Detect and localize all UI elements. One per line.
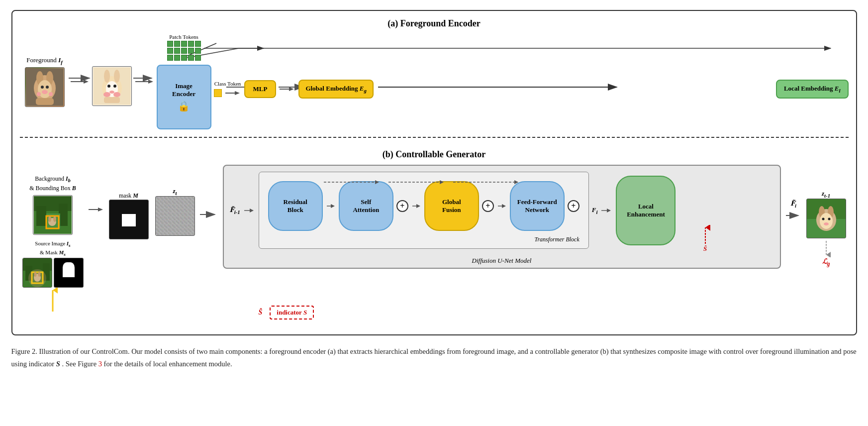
indicator-s-row: Ŝ indicator S [229,306,759,320]
caption-s-var: S [56,360,60,368]
main-container: (a) Foreground Encoder [11,10,857,370]
svg-point-98 [828,217,830,220]
mask-image [54,258,84,288]
svg-point-99 [824,222,829,225]
f-tilde-i-label-out: F̃i [790,200,796,209]
arrow-fi [243,206,256,215]
svg-marker-74 [331,204,335,208]
arrow-gf [497,201,507,211]
arrow-2 [134,77,154,87]
svg-point-97 [822,217,824,220]
svg-marker-25 [84,80,89,84]
ffn-block: Feed-ForwardNetwork [510,181,565,231]
s-hat-label-bottom: Ŝ [703,245,707,253]
fg-img1-svg [26,68,64,106]
arrow-output [785,211,802,220]
self-attention-block: SelfAttention [339,181,393,231]
ffn-label: Feed-ForwardNetwork [517,198,557,214]
caption-fig3: 3 [98,360,102,368]
patch-tokens-grid [167,41,201,61]
loss-label: ℒg [822,257,830,267]
svg-point-18 [41,86,44,89]
foreground-image-1 [25,67,65,107]
svg-marker-40 [235,91,240,95]
background-label: Background Ib & Bounding Box B [29,175,76,193]
fg-img2-svg [93,67,131,105]
svg-point-34 [103,92,110,97]
lock-icon: 🔒 [178,100,190,112]
svg-marker-38 [148,80,153,84]
svg-point-19 [46,86,49,89]
section-a-title: (a) Foreground Encoder [20,18,849,29]
caption-text2: . See Figure [62,360,98,368]
noise-svg [156,197,194,235]
plus-circle-2: + [482,200,494,212]
svg-marker-76 [416,204,420,208]
residual-block-label: ResidualBlock [284,198,307,214]
diffusion-label: Diffusion U-Net Model [472,257,532,265]
mask-box [109,200,149,239]
z-t-image [155,196,195,236]
arrow-mlp [279,84,296,94]
arrow-4 [199,210,219,219]
svg-point-32 [113,85,116,88]
caption-text3: for the details of local enhancement mod… [104,360,232,368]
global-embedding-block: Global Embedding Eg [298,80,373,99]
caption: Figure 2. Illustration of our ControlCom… [11,345,857,370]
svg-point-61 [34,272,36,277]
arrow-class-token [224,88,242,98]
loss-arrow [821,240,831,257]
mask-label: mask M [119,192,138,200]
arrow-3 [88,205,105,214]
mlp-block: MLP [244,80,277,98]
f-tilde-i1-label: F̃i-1 [230,206,240,215]
section-a: (a) Foreground Encoder [20,18,849,138]
svg-point-62 [38,272,40,277]
section-b-title: (b) Controllable Generator [20,149,849,160]
f-i-label: Fi [592,206,598,215]
plus-circle-3: + [568,200,579,212]
s-red-left: Ŝ [259,309,263,317]
background-image [33,195,73,235]
svg-point-23 [49,92,53,96]
image-encoder-block: ImageEncoder 🔒 [157,65,211,129]
svg-rect-68 [156,197,194,235]
svg-point-20 [42,90,48,94]
svg-point-35 [113,92,120,97]
arrow-res [326,201,336,211]
transformer-block-label: Transformer Block [264,236,583,243]
z-t1-label: zt-1 [822,190,830,199]
arrow-1 [70,77,90,87]
indicator-box: indicator S [270,306,314,320]
arrow-fi2 [600,206,613,215]
residual-block: ResidualBlock [268,181,323,231]
source-img-svg [23,258,52,287]
svg-point-31 [107,85,110,88]
arrow-sa [411,201,421,211]
bg-img-svg [34,196,72,234]
image-encoder-label: ImageEncoder [172,82,195,98]
svg-point-96 [820,213,833,229]
svg-marker-72 [250,209,254,213]
global-fusion-label: GlobalFusion [442,198,461,214]
section-b: (b) Controllable Generator Background Ib… [20,138,849,327]
output-image [806,199,846,238]
svg-marker-42 [289,87,294,91]
svg-rect-21 [36,98,54,105]
local-enhancement-block: LocalEnhancement [616,176,675,245]
foreground-image-2 [92,66,132,106]
foreground-label: Foreground If [26,56,63,65]
figure-num: Figure 2. [11,347,37,355]
z-t-label: zt [173,187,177,196]
svg-rect-36 [104,97,120,103]
class-token-label: Class Token [214,81,241,87]
s-hat-arrow [700,225,710,245]
source-image [22,258,52,288]
self-attn-label: SelfAttention [353,198,379,214]
output-svg [807,199,846,238]
yellow-up-arrow [48,288,58,313]
svg-point-22 [37,92,41,96]
svg-marker-86 [607,209,611,213]
class-token-box [214,89,222,97]
transformer-block-box: ResidualBlock SelfAttention + [259,172,589,249]
